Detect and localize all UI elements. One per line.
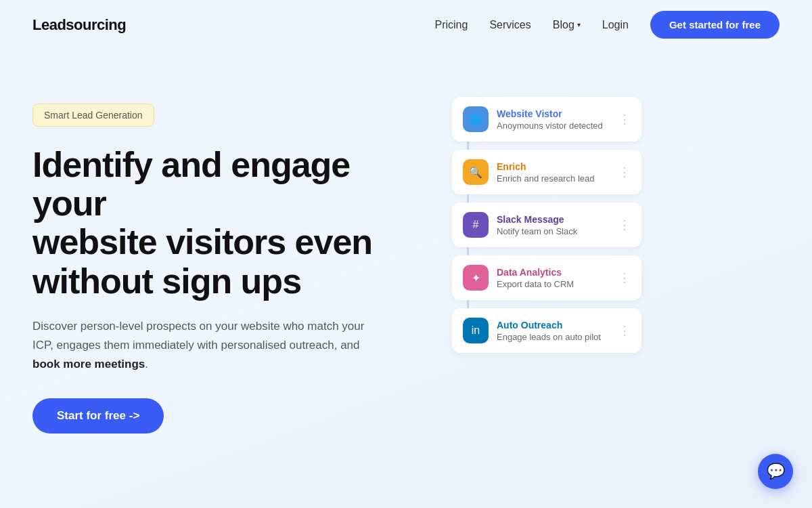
flow-item-enrich: 🔍 Enrich Enrich and research lead ⋮ (452, 150, 641, 194)
flow-item-icon-website-visitor: 🌐 (463, 106, 489, 132)
flow-item-icon-enrich: 🔍 (463, 159, 489, 185)
hero-section: Smart Lead Generation Identify and engag… (0, 49, 812, 461)
chat-button[interactable]: 💬 (758, 454, 793, 489)
chat-icon: 💬 (767, 463, 785, 480)
flow-item-subtitle-slack-message: Notify team on Slack (497, 226, 613, 236)
flow-items: 🌐 Website Vistor Anoymouns vistor detect… (452, 97, 641, 353)
hero-left: Smart Lead Generation Identify and engag… (32, 90, 425, 433)
get-started-button[interactable]: Get started for free (650, 11, 780, 39)
flow-item-menu-data-analytics[interactable]: ⋮ (613, 270, 631, 285)
flow-item-title-data-analytics: Data Analytics (497, 267, 613, 278)
hero-right: 🌐 Website Vistor Anoymouns vistor detect… (452, 90, 669, 361)
nav-links: Pricing Services Blog ▾ Login Get starte… (435, 11, 780, 39)
hero-description: Discover person-level prospects on your … (32, 317, 371, 374)
flow-item-subtitle-auto-outreach: Engage leads on auto pilot (497, 332, 613, 342)
flow-item-icon-auto-outreach: in (463, 318, 489, 343)
flow-item-subtitle-website-visitor: Anoymouns vistor detected (497, 121, 613, 131)
flow-item-title-auto-outreach: Auto Outreach (497, 320, 613, 331)
flow-item-website-visitor: 🌐 Website Vistor Anoymouns vistor detect… (452, 97, 641, 142)
flow-item-title-slack-message: Slack Message (497, 214, 613, 225)
flow-item-title-enrich: Enrich (497, 161, 613, 172)
flow-diagram: 🌐 Website Vistor Anoymouns vistor detect… (452, 97, 641, 353)
blog-chevron-icon: ▾ (577, 21, 581, 28)
nav-services[interactable]: Services (489, 19, 531, 31)
flow-item-text-auto-outreach: Auto Outreach Engage leads on auto pilot (497, 320, 613, 342)
flow-item-icon-data-analytics: ✦ (463, 265, 489, 291)
flow-item-slack-message: # Slack Message Notify team on Slack ⋮ (452, 203, 641, 247)
flow-item-menu-enrich[interactable]: ⋮ (613, 165, 631, 179)
navbar: Leadsourcing Pricing Services Blog ▾ Log… (0, 0, 812, 49)
hero-badge: Smart Lead Generation (32, 104, 154, 127)
flow-item-subtitle-data-analytics: Export data to CRM (497, 279, 613, 289)
nav-logo: Leadsourcing (32, 16, 126, 34)
nav-blog[interactable]: Blog ▾ (553, 19, 581, 31)
nav-pricing[interactable]: Pricing (435, 19, 468, 31)
flow-item-auto-outreach: in Auto Outreach Engage leads on auto pi… (452, 308, 641, 353)
flow-item-text-website-visitor: Website Vistor Anoymouns vistor detected (497, 108, 613, 131)
flow-item-text-slack-message: Slack Message Notify team on Slack (497, 214, 613, 236)
flow-item-data-analytics: ✦ Data Analytics Export data to CRM ⋮ (452, 255, 641, 300)
flow-item-title-website-visitor: Website Vistor (497, 108, 613, 119)
flow-item-subtitle-enrich: Enrich and research lead (497, 173, 613, 184)
flow-item-icon-slack-message: # (463, 212, 489, 238)
flow-item-menu-website-visitor[interactable]: ⋮ (613, 112, 631, 127)
hero-title: Identify and engage your website visitor… (32, 146, 425, 301)
flow-item-text-data-analytics: Data Analytics Export data to CRM (497, 267, 613, 289)
start-for-free-button[interactable]: Start for free -> (32, 398, 164, 433)
flow-item-text-enrich: Enrich Enrich and research lead (497, 161, 613, 184)
flow-item-menu-auto-outreach[interactable]: ⋮ (613, 323, 631, 338)
nav-login[interactable]: Login (602, 19, 629, 31)
flow-item-menu-slack-message[interactable]: ⋮ (613, 217, 631, 232)
